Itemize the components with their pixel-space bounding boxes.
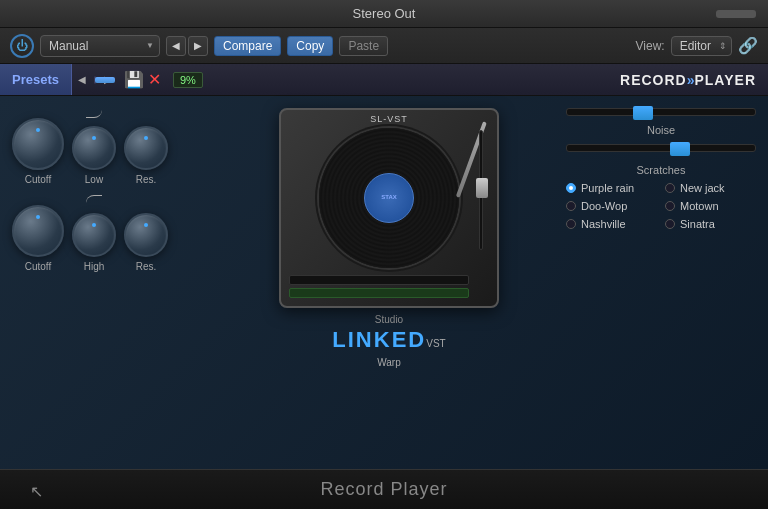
top-knobs-row: Cutoff Low Res. — [12, 108, 212, 185]
vinyl-outer: STAX — [319, 128, 459, 268]
bottom-knobs-row: Cutoff High Res. — [12, 195, 212, 272]
cutoff-bottom-knob[interactable] — [12, 205, 64, 257]
cutoff-top-group: Cutoff — [12, 118, 64, 185]
low-knob[interactable] — [72, 126, 116, 170]
sliders-area: Noise — [566, 108, 756, 152]
cutoff-bottom-group: Cutoff — [12, 205, 64, 272]
eq-curve-low — [86, 108, 102, 118]
low-label: Low — [85, 174, 103, 185]
scratch-option-purple-rain[interactable]: Purple rain — [566, 182, 657, 194]
vinyl-label: STAX — [364, 173, 414, 223]
high-eq-label — [86, 195, 102, 209]
turntable-body: SL-VST STAX — [279, 108, 499, 308]
plugin-main: Cutoff Low Res. Cutoff — [0, 96, 768, 469]
radio-nashville — [566, 219, 576, 229]
scratch-option-motown[interactable]: Motown — [665, 200, 756, 212]
cursor-indicator: ↖ — [30, 482, 43, 501]
pitch-slider-area — [473, 130, 489, 286]
brand-arrows-icon: » — [687, 72, 695, 88]
top-slider-thumb[interactable] — [633, 106, 653, 120]
pitch-slider-track[interactable] — [479, 130, 483, 250]
title-bar-title: Stereo Out — [353, 6, 416, 21]
studio-text: Studio — [375, 314, 403, 325]
editor-value: Editor — [680, 39, 711, 53]
radio-label-nashville: Nashville — [581, 218, 626, 230]
top-slider-track[interactable] — [566, 108, 756, 116]
turntable-section: SL-VST STAX Stud — [224, 108, 554, 457]
scratch-option-new-jack[interactable]: New jack — [665, 182, 756, 194]
presets-thumb — [95, 77, 115, 83]
noise-slider-thumb[interactable] — [670, 142, 690, 156]
res-top-group: Res. — [124, 126, 168, 185]
preset-value: Manual — [49, 39, 88, 53]
brand-record-text: RECORD — [620, 72, 687, 88]
brand-logo: RECORD » PLAYER — [620, 72, 756, 88]
res-top-knob[interactable] — [124, 126, 168, 170]
radio-motown — [665, 201, 675, 211]
high-knob[interactable] — [72, 213, 116, 257]
radio-label-purple-rain: Purple rain — [581, 182, 634, 194]
percent-badge: 9% — [173, 72, 203, 88]
noise-slider-row — [566, 144, 756, 152]
linked-text: LINKED — [332, 329, 426, 351]
top-slider-row — [566, 108, 756, 116]
save-icon[interactable]: 💾 — [124, 70, 144, 89]
delete-icon[interactable]: ✕ — [148, 70, 161, 89]
chain-icon[interactable]: 🔗 — [738, 36, 758, 55]
vinyl-record[interactable]: STAX — [319, 128, 459, 268]
cutoff-bottom-label: Cutoff — [25, 261, 52, 272]
warp-label: Warp — [377, 357, 401, 368]
scratch-option-sinatra[interactable]: Sinatra — [665, 218, 756, 230]
paste-button[interactable]: Paste — [339, 36, 388, 56]
linked-part1: LINK — [332, 327, 391, 352]
radio-purple-rain — [566, 183, 576, 193]
res-bottom-knob[interactable] — [124, 213, 168, 257]
scratches-section: Scratches Purple rain New jack Doo-Wop M… — [566, 164, 756, 230]
high-group: High — [72, 195, 116, 272]
linked-part2: D — [408, 327, 426, 352]
copy-button[interactable]: Copy — [287, 36, 333, 56]
eq-curve-high — [86, 195, 102, 205]
nav-arrows: ◀ ▶ — [166, 36, 208, 56]
noise-slider-track[interactable] — [566, 144, 756, 152]
view-dropdown[interactable]: Editor — [671, 36, 732, 56]
scratch-option-doo-wop[interactable]: Doo-Wop — [566, 200, 657, 212]
minimize-button[interactable] — [716, 10, 756, 18]
res-top-label: Res. — [136, 174, 157, 185]
preset-dropdown[interactable]: Manual — [40, 35, 160, 57]
res-bottom-label: Res. — [136, 261, 157, 272]
toolbar: ⏻ Manual ◀ ▶ Compare Copy Paste View: Ed… — [0, 28, 768, 64]
pitch-slider-thumb[interactable] — [476, 178, 488, 198]
linked-accent: E — [392, 327, 409, 352]
radio-label-new-jack: New jack — [680, 182, 725, 194]
presets-label: Presets — [0, 64, 72, 95]
bottom-bar: ↖ Record Player — [0, 469, 768, 509]
res-bottom-group: Res. — [124, 213, 168, 272]
knobs-section: Cutoff Low Res. Cutoff — [12, 108, 212, 457]
bottom-title: Record Player — [320, 479, 447, 500]
radio-label-doo-wop: Doo-Wop — [581, 200, 627, 212]
radio-sinatra — [665, 219, 675, 229]
toolbar-right: View: Editor 🔗 — [636, 36, 759, 56]
turntable-model-label: SL-VST — [370, 114, 408, 124]
vst-text: VST — [426, 338, 445, 349]
studio-brand: Studio — [375, 314, 403, 327]
low-group: Low — [72, 108, 116, 185]
low-eq-label — [86, 108, 102, 122]
scratch-option-nashville[interactable]: Nashville — [566, 218, 657, 230]
scratches-grid: Purple rain New jack Doo-Wop Motown Nash… — [566, 182, 756, 230]
presets-icons: 💾 ✕ — [118, 70, 167, 89]
next-arrow[interactable]: ▶ — [188, 36, 208, 56]
compare-button[interactable]: Compare — [214, 36, 281, 56]
presets-slider[interactable] — [94, 76, 96, 84]
radio-label-motown: Motown — [680, 200, 719, 212]
power-button[interactable]: ⏻ — [10, 34, 34, 58]
cutoff-top-label: Cutoff — [25, 174, 52, 185]
presets-prev-arrow[interactable]: ◀ — [78, 74, 86, 85]
prev-arrow[interactable]: ◀ — [166, 36, 186, 56]
cutoff-top-knob[interactable] — [12, 118, 64, 170]
radio-label-sinatra: Sinatra — [680, 218, 715, 230]
presets-bar: Presets ◀ ▶ 💾 ✕ 9% RECORD » PLAYER — [0, 64, 768, 96]
noise-label: Noise — [566, 124, 756, 136]
title-bar: Stereo Out — [0, 0, 768, 28]
